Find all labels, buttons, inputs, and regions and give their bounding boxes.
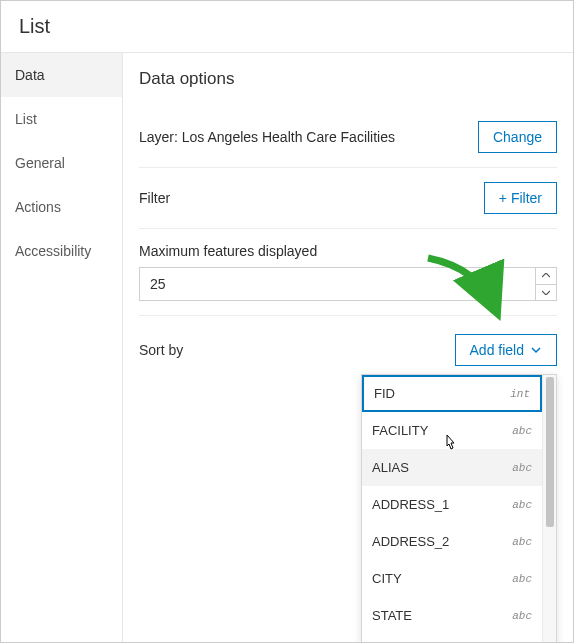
field-type: int: [510, 388, 530, 400]
max-features-input[interactable]: [139, 267, 535, 301]
field-type: abc: [512, 536, 532, 548]
chevron-down-icon: [530, 344, 542, 356]
add-field-button[interactable]: Add field: [455, 334, 557, 366]
field-type: abc: [512, 499, 532, 511]
scroll-thumb[interactable]: [546, 377, 554, 527]
max-features-block: Maximum features displayed: [139, 229, 557, 316]
field-type: abc: [512, 462, 532, 474]
sort-by-dropdown-anchor: Add field FID int FACILITY: [455, 334, 557, 366]
main-panel: Data options Layer: Los Angeles Health C…: [123, 53, 573, 642]
dropdown-item-address1[interactable]: ADDRESS_1 abc: [362, 486, 542, 523]
button-label: Add field: [470, 342, 524, 358]
layer-label: Layer: Los Angeles Health Care Facilitie…: [139, 129, 395, 145]
dropdown-item-state[interactable]: STATE abc: [362, 597, 542, 634]
max-features-stepper: [139, 267, 557, 301]
dropdown-item-fid[interactable]: FID int: [362, 375, 542, 412]
button-label: Change: [493, 129, 542, 145]
field-name: FID: [374, 386, 395, 401]
config-window: List Data List General Actions Accessibi…: [0, 0, 574, 643]
field-type: abc: [512, 573, 532, 585]
sidebar-item-label: List: [15, 111, 37, 127]
sidebar-item-actions[interactable]: Actions: [1, 185, 122, 229]
dropdown-list-wrap: FID int FACILITY abc ALIAS abc: [362, 375, 556, 642]
field-type: abc: [512, 425, 532, 437]
sidebar-item-label: General: [15, 155, 65, 171]
max-features-label: Maximum features displayed: [139, 243, 557, 259]
stepper-arrows: [535, 267, 557, 301]
step-down-button[interactable]: [536, 285, 556, 301]
chevron-down-icon: [542, 290, 550, 295]
dropdown-item-address2[interactable]: ADDRESS_2 abc: [362, 523, 542, 560]
sidebar-item-general[interactable]: General: [1, 141, 122, 185]
sidebar-item-list[interactable]: List: [1, 97, 122, 141]
window-header: List: [1, 1, 573, 53]
field-name: ADDRESS_2: [372, 534, 449, 549]
button-label: + Filter: [499, 190, 542, 206]
sort-by-label: Sort by: [139, 342, 183, 358]
panel-title: Data options: [139, 69, 557, 89]
field-type: abc: [512, 610, 532, 622]
field-dropdown: FID int FACILITY abc ALIAS abc: [361, 374, 557, 642]
body: Data List General Actions Accessibility …: [1, 53, 573, 642]
dropdown-item-zip[interactable]: ZIP_CODE int: [362, 634, 542, 642]
sidebar-item-label: Accessibility: [15, 243, 91, 259]
dropdown-item-facility[interactable]: FACILITY abc: [362, 412, 542, 449]
layer-row: Layer: Los Angeles Health Care Facilitie…: [139, 107, 557, 168]
field-name: ALIAS: [372, 460, 409, 475]
dropdown-scrollbar[interactable]: [542, 375, 556, 642]
dropdown-item-alias[interactable]: ALIAS abc: [362, 449, 542, 486]
sidebar-item-data[interactable]: Data: [1, 53, 122, 97]
dropdown-list: FID int FACILITY abc ALIAS abc: [362, 375, 542, 642]
chevron-up-icon: [542, 273, 550, 278]
sidebar: Data List General Actions Accessibility: [1, 53, 123, 642]
step-up-button[interactable]: [536, 268, 556, 285]
filter-row: Filter + Filter: [139, 168, 557, 229]
field-name: FACILITY: [372, 423, 428, 438]
sidebar-item-label: Data: [15, 67, 45, 83]
sort-by-row: Sort by Add field FID int: [139, 316, 557, 380]
sidebar-item-label: Actions: [15, 199, 61, 215]
field-name: ADDRESS_1: [372, 497, 449, 512]
field-name: CITY: [372, 571, 402, 586]
add-filter-button[interactable]: + Filter: [484, 182, 557, 214]
sidebar-item-accessibility[interactable]: Accessibility: [1, 229, 122, 273]
filter-label: Filter: [139, 190, 170, 206]
change-layer-button[interactable]: Change: [478, 121, 557, 153]
window-title: List: [19, 15, 50, 37]
dropdown-item-city[interactable]: CITY abc: [362, 560, 542, 597]
field-name: STATE: [372, 608, 412, 623]
